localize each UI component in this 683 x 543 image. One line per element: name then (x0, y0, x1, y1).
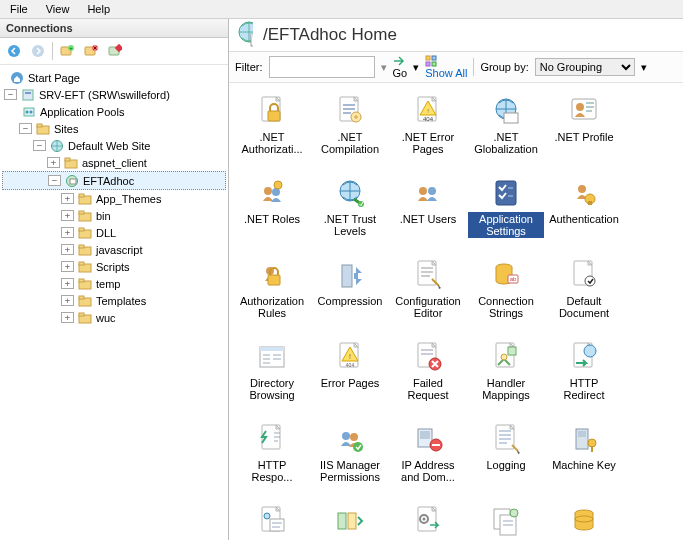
feature-iis-perm[interactable]: IIS Manager Permissions (312, 418, 388, 498)
feature-providers[interactable]: Providers (546, 500, 622, 540)
svg-rect-33 (79, 262, 84, 265)
tree-aspnet-client[interactable]: +aspnet_client (2, 154, 226, 171)
feature-handler-map[interactable]: Handler Mappings (468, 336, 544, 416)
feature-modules[interactable]: Modules (312, 500, 388, 540)
expander-icon[interactable]: + (61, 244, 74, 255)
profile-icon (567, 94, 601, 128)
forward-button[interactable] (28, 41, 48, 61)
feature-app-settings[interactable]: Application Settings (468, 172, 544, 252)
expander-icon[interactable]: + (61, 210, 74, 221)
feature-net-roles[interactable]: .NET Roles (234, 172, 310, 252)
tree-folder-wuc[interactable]: +wuc (2, 309, 226, 326)
feature-error-pages[interactable]: !404Error Pages (312, 336, 388, 416)
back-button[interactable] (4, 41, 24, 61)
feature-default-doc[interactable]: Default Document (546, 254, 622, 334)
tree-folder-javascript[interactable]: +javascript (2, 241, 226, 258)
feature-authorization[interactable]: Authorization Rules (234, 254, 310, 334)
expander-icon[interactable]: + (61, 261, 74, 272)
feature-conn-strings[interactable]: abConnection Strings (468, 254, 544, 334)
tree-folder-dll[interactable]: +DLL (2, 224, 226, 241)
svg-rect-105 (578, 431, 586, 437)
tree-folder-temp[interactable]: +temp (2, 275, 226, 292)
add-connection-button[interactable]: + (57, 41, 77, 61)
feature-freq-tracing[interactable]: Failed Request Tracing Rules (390, 336, 466, 416)
svg-rect-46 (432, 62, 436, 66)
tree-folder-app_themes[interactable]: +App_Themes (2, 190, 226, 207)
tree-start-page[interactable]: Start Page (2, 69, 226, 86)
feature-label: Configuration Editor (390, 294, 466, 320)
svg-point-67 (578, 185, 586, 193)
expander-icon[interactable]: − (4, 89, 17, 100)
roles-icon (255, 176, 289, 210)
filter-input[interactable] (269, 56, 375, 78)
tree-eftadhoc[interactable]: −EFTAdhoc (2, 171, 226, 190)
svg-rect-109 (270, 519, 284, 531)
menu-view[interactable]: View (46, 3, 70, 15)
feature-net-globalization[interactable]: .NET Globalization (468, 90, 544, 170)
expander-icon[interactable]: − (19, 123, 32, 134)
feature-dir-browse[interactable]: Directory Browsing (234, 336, 310, 416)
expander-icon[interactable]: − (33, 140, 46, 151)
stop-button[interactable] (105, 41, 125, 61)
feature-mime-types[interactable]: MIME Types (234, 500, 310, 540)
feature-compression[interactable]: Compression (312, 254, 388, 334)
tree-folder-templates[interactable]: +Templates (2, 292, 226, 309)
iisperm-icon (333, 422, 367, 456)
svg-rect-39 (79, 313, 84, 316)
svg-rect-37 (79, 296, 84, 299)
db-icon: ab (489, 258, 523, 292)
feature-label: Application Settings (468, 212, 544, 238)
expander-icon[interactable]: − (48, 175, 61, 186)
svg-rect-48 (268, 111, 280, 121)
folder-icon (77, 293, 93, 309)
feature-net-authorization[interactable]: .NET Authorizati... (234, 90, 310, 170)
site-icon (49, 138, 65, 154)
svg-point-93 (584, 345, 596, 357)
feature-label: Failed Request Tracing Rules (390, 376, 466, 402)
tree-folder-scripts[interactable]: +Scripts (2, 258, 226, 275)
showall-button[interactable]: Show All (425, 55, 467, 79)
go-button[interactable]: Go (393, 55, 408, 79)
feature-output-cache[interactable]: Output Caching (390, 500, 466, 540)
globex-icon (333, 176, 367, 210)
tree-server[interactable]: −SRV-EFT (SRW\swilleford) (2, 86, 226, 103)
feature-authentication[interactable]: Authentication (546, 172, 622, 252)
expander-icon[interactable]: + (61, 278, 74, 289)
feature-label: .NET Roles (242, 212, 302, 226)
menu-help[interactable]: Help (87, 3, 110, 15)
tree-sites[interactable]: −Sites (2, 120, 226, 137)
feature-net-trust[interactable]: .NET Trust Levels (312, 172, 388, 252)
feature-ip-domain[interactable]: IP Address and Dom... (390, 418, 466, 498)
feature-net-profile[interactable]: .NET Profile (546, 90, 622, 170)
svg-rect-71 (268, 275, 280, 285)
folder-icon (77, 242, 93, 258)
svg-rect-13 (25, 92, 31, 94)
feature-machine-key[interactable]: Machine Key (546, 418, 622, 498)
remove-connection-button[interactable] (81, 41, 101, 61)
feature-logging[interactable]: Logging (468, 418, 544, 498)
groupby-select[interactable]: No Grouping (535, 58, 635, 76)
menu-file[interactable]: File (10, 3, 28, 15)
feature-label: .NET Profile (552, 130, 615, 144)
svg-rect-21 (65, 158, 70, 161)
svg-point-64 (419, 187, 427, 195)
expander-icon[interactable]: + (61, 193, 74, 204)
feature-http-response[interactable]: HTTP Respo... (234, 418, 310, 498)
feature-config-editor[interactable]: Configuration Editor (390, 254, 466, 334)
feature-http-redirect[interactable]: HTTP Redirect (546, 336, 622, 416)
feature-net-error-pages[interactable]: !404.NET Error Pages (390, 90, 466, 170)
tree-app-pools[interactable]: Application Pools (2, 103, 226, 120)
expander-icon[interactable]: + (61, 227, 74, 238)
tree-folder-bin[interactable]: +bin (2, 207, 226, 224)
expander-icon[interactable]: + (61, 312, 74, 323)
feature-net-users[interactable]: .NET Users (390, 172, 466, 252)
err404-icon: !404 (411, 94, 445, 128)
feature-pages-controls[interactable]: Pages and Controls (468, 500, 544, 540)
feature-label: .NET Authorizati... (234, 130, 310, 156)
dir-icon (255, 340, 289, 374)
feature-net-compilation[interactable]: .NET Compilation (312, 90, 388, 170)
expander-icon[interactable]: + (47, 157, 60, 168)
tree-default-web-site[interactable]: −Default Web Site (2, 137, 226, 154)
mime-icon (255, 504, 289, 538)
expander-icon[interactable]: + (61, 295, 74, 306)
